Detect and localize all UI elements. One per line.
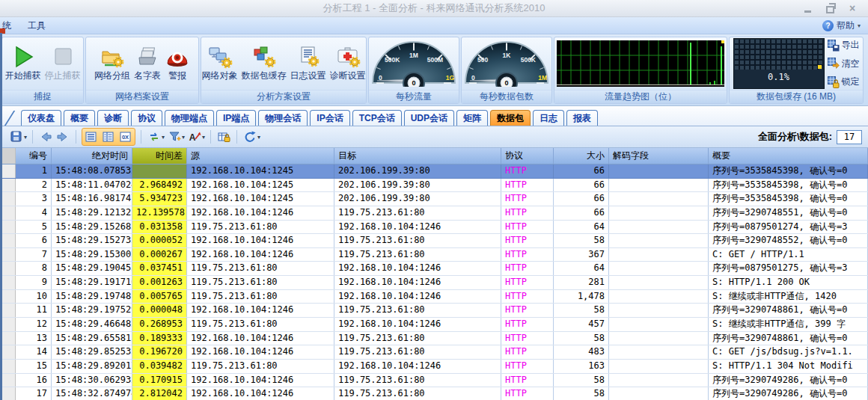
column-header-source[interactable]: 源 bbox=[187, 148, 334, 164]
svg-text:1M: 1M bbox=[538, 74, 547, 81]
cell-decode-field bbox=[609, 276, 709, 289]
network-group-button[interactable]: 网络分组 bbox=[93, 44, 132, 83]
column-header-decode-field[interactable]: 解码字段 bbox=[609, 148, 709, 164]
cell-decode-field bbox=[609, 164, 709, 178]
export-buffer-button[interactable]: 导出 bbox=[828, 39, 860, 52]
tab-矩阵[interactable]: 矩阵 bbox=[456, 110, 488, 126]
name-table-button[interactable]: 名字表 bbox=[132, 44, 162, 83]
tab-物理端点[interactable]: 物理端点 bbox=[165, 110, 214, 126]
log-settings-button[interactable]: 日志设置 bbox=[289, 44, 328, 83]
detail-view-toggle[interactable] bbox=[101, 129, 116, 144]
alarm-button[interactable]: 警报 bbox=[163, 44, 192, 83]
close-button[interactable]: × bbox=[841, 1, 864, 15]
column-header-destination[interactable]: 目标 bbox=[334, 148, 501, 164]
list-view-toggle[interactable] bbox=[84, 129, 99, 144]
svg-text:A: A bbox=[189, 132, 196, 143]
prev-packet-button[interactable] bbox=[38, 129, 53, 144]
lock-table-button[interactable] bbox=[216, 129, 231, 144]
table-row[interactable]: 1015:48:29.1974810.005765119.75.213.61:8… bbox=[0, 290, 868, 304]
column-header-time-delta[interactable]: 时间差 bbox=[132, 148, 187, 164]
row-gutter bbox=[0, 304, 16, 317]
table-row[interactable]: 815:48:29.1904530.037451119.75.213.61:80… bbox=[0, 262, 868, 276]
table-row[interactable]: 915:48:29.1917160.001263119.75.213.61:80… bbox=[0, 276, 868, 290]
hex-view-icon: 0X bbox=[119, 130, 132, 144]
column-header-summary[interactable]: 概要 bbox=[709, 148, 868, 164]
tab-报表[interactable]: 报表 bbox=[566, 110, 598, 126]
tab-TCP会话[interactable]: TCP会话 bbox=[352, 110, 402, 126]
column-header-abs-time[interactable]: 绝对时间 bbox=[52, 148, 132, 164]
cell-destination: 202.106.199.39:80 bbox=[334, 179, 501, 192]
cell-no: 3 bbox=[16, 192, 52, 206]
cell-decode-field bbox=[609, 206, 709, 220]
cell-size: 66 bbox=[554, 192, 609, 206]
save-packets-button[interactable] bbox=[9, 129, 24, 144]
row-gutter bbox=[0, 262, 16, 275]
start-capture-label: 开始捕获 bbox=[5, 70, 41, 82]
cell-source: 119.75.213.61:80 bbox=[187, 221, 334, 234]
tab-协议[interactable]: 协议 bbox=[131, 110, 162, 126]
stop-capture-button[interactable]: 停止捕获 bbox=[43, 44, 82, 83]
highlight-button[interactable]: A bbox=[187, 129, 202, 144]
table-row[interactable]: 1615:48:30.0629320.170915192.168.10.104:… bbox=[0, 374, 868, 388]
cell-size: 58 bbox=[554, 304, 609, 317]
cell-destination: 192.168.10.104:1246 bbox=[334, 221, 501, 234]
diagnosis-settings-button[interactable]: 诊断设置 bbox=[328, 44, 367, 83]
cell-size: 163 bbox=[554, 360, 609, 373]
lock-buffer-button[interactable]: 锁定 bbox=[828, 76, 860, 88]
table-row[interactable]: 1115:48:29.1975290.000048192.168.10.104:… bbox=[0, 304, 868, 318]
tab-数据包[interactable]: 数据包 bbox=[490, 110, 531, 126]
alarm-bell-icon bbox=[165, 45, 190, 69]
table-row[interactable]: 1415:48:29.8525350.196720192.168.10.104:… bbox=[0, 345, 868, 360]
cell-time-delta: 0.170915 bbox=[132, 374, 187, 387]
tab-IP端点[interactable]: IP端点 bbox=[216, 110, 256, 126]
cell-no: 10 bbox=[16, 290, 52, 304]
tab-日志[interactable]: 日志 bbox=[533, 110, 564, 126]
packet-counter-value: 17 bbox=[837, 130, 862, 144]
packet-buffer-button[interactable]: 数据包缓存 bbox=[240, 44, 288, 83]
tab-诊断[interactable]: 诊断 bbox=[97, 110, 129, 126]
cell-abs-time: 15:48:11.047024 bbox=[52, 179, 132, 192]
table-row[interactable]: 415:48:29.12132512.139578192.168.10.104:… bbox=[0, 206, 868, 221]
table-row[interactable]: 1215:48:29.4664820.268953119.75.213.61:8… bbox=[0, 318, 868, 332]
table-row[interactable]: 615:48:29.1527350.000052192.168.10.104:1… bbox=[0, 234, 868, 248]
table-row[interactable]: 1715:48:32.8749742.812042192.168.10.104:… bbox=[0, 387, 868, 400]
next-packet-button[interactable] bbox=[55, 129, 70, 144]
minimize-button[interactable] bbox=[796, 1, 819, 15]
table-row[interactable]: 1315:48:29.6558150.189333192.168.10.104:… bbox=[0, 332, 868, 346]
column-header-protocol[interactable]: 协议 bbox=[501, 148, 554, 164]
column-header-size[interactable]: 大小 bbox=[554, 148, 609, 164]
cell-destination: 202.106.199.39:80 bbox=[334, 192, 501, 206]
row-gutter bbox=[0, 221, 16, 234]
table-row[interactable]: 115:48:08.078532192.168.10.104:1245202.1… bbox=[0, 164, 868, 179]
packet-order-button[interactable] bbox=[147, 129, 162, 144]
ribbon-group-traffic-gauge: 0 500K 1M 500M 1G 0 每秒流量 bbox=[368, 37, 459, 104]
help-button[interactable]: ? 帮助 ▾ bbox=[822, 19, 868, 32]
tab-UDP会话[interactable]: UDP会话 bbox=[404, 110, 454, 126]
menu-tools[interactable]: 工具 bbox=[19, 17, 54, 34]
table-row[interactable]: 515:48:29.1526830.031358119.75.213.61:80… bbox=[0, 221, 868, 235]
network-objects-button[interactable]: 网络对象 bbox=[201, 44, 239, 83]
tab-物理会话[interactable]: 物理会话 bbox=[258, 110, 308, 126]
start-capture-button[interactable]: 开始捕获 bbox=[4, 44, 43, 83]
table-row[interactable]: 1515:48:29.8920170.039482119.75.213.61:8… bbox=[0, 360, 868, 374]
clear-buffer-button[interactable]: 清空 bbox=[828, 58, 860, 70]
ribbon-group-profile: 网络分组 名字表 警报 网络档案设置 bbox=[85, 37, 199, 104]
table-row[interactable]: 715:48:29.1530020.000267192.168.10.104:1… bbox=[0, 248, 868, 262]
cell-protocol: HTTP bbox=[501, 360, 554, 373]
filter-button[interactable] bbox=[167, 129, 182, 144]
table-row[interactable]: 315:48:16.9817475.934723192.168.10.104:1… bbox=[0, 192, 868, 206]
cell-abs-time: 15:48:29.466482 bbox=[52, 318, 132, 331]
chevron-down-icon: ▾ bbox=[182, 134, 185, 141]
hex-view-toggle[interactable]: 0X bbox=[118, 129, 133, 144]
cell-source: 119.75.213.61:80 bbox=[187, 262, 334, 275]
refresh-button[interactable] bbox=[242, 129, 257, 144]
tab-仪表盘[interactable]: 仪表盘 bbox=[21, 110, 61, 126]
restore-button[interactable] bbox=[819, 1, 841, 15]
ribbon: 开始捕获 停止捕获 捕捉 网络分组 bbox=[0, 34, 868, 106]
clear-icon bbox=[828, 58, 840, 70]
cell-destination: 119.75.213.61:80 bbox=[334, 248, 501, 262]
column-header-no[interactable]: 编号 bbox=[16, 148, 52, 164]
tab-IP会话[interactable]: IP会话 bbox=[310, 110, 349, 126]
tab-概要[interactable]: 概要 bbox=[64, 110, 95, 126]
table-row[interactable]: 215:48:11.0470242.968492192.168.10.104:1… bbox=[0, 179, 868, 193]
